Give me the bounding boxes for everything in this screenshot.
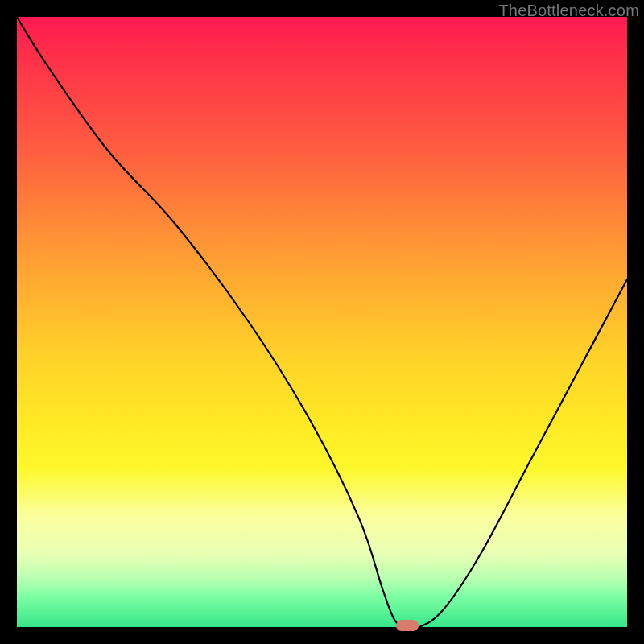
chart-frame: TheBottleneck.com [0,0,644,644]
watermark-text: TheBottleneck.com [498,2,639,20]
plot-area [17,17,627,627]
curve-path [17,17,627,627]
optimal-marker [396,620,419,631]
bottleneck-curve [17,17,627,627]
